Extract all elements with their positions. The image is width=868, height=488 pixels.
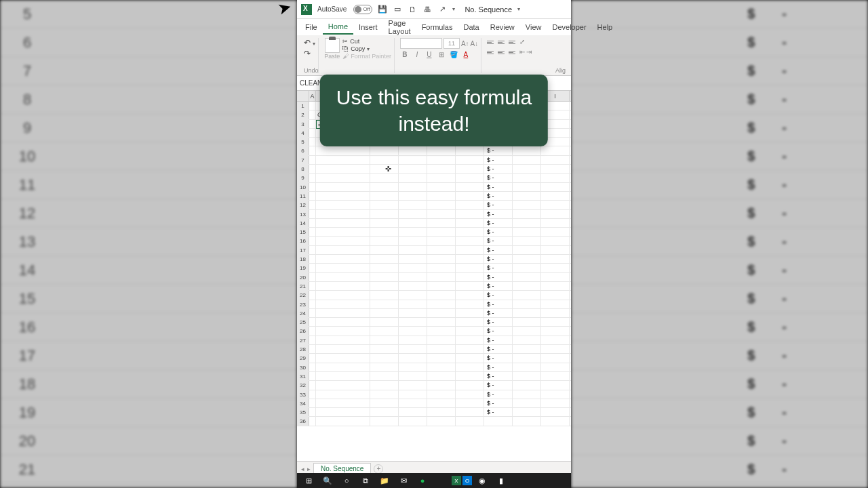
cell[interactable]: [427, 210, 456, 218]
row-header[interactable]: 33: [297, 390, 309, 399]
cell[interactable]: [399, 381, 427, 389]
cell[interactable]: [399, 237, 427, 245]
row-header[interactable]: 28: [297, 345, 309, 353]
cell[interactable]: $ -: [484, 291, 513, 299]
cell[interactable]: [456, 282, 484, 290]
cell[interactable]: $ -: [484, 363, 513, 371]
cell[interactable]: [541, 291, 570, 299]
cell[interactable]: [456, 219, 484, 227]
cell[interactable]: [399, 399, 427, 407]
cell[interactable]: [370, 228, 399, 236]
undo-button[interactable]: ↶ ▾: [304, 38, 315, 47]
row-header[interactable]: 26: [297, 327, 309, 335]
cell[interactable]: [370, 237, 399, 245]
row-header[interactable]: 31: [297, 372, 309, 380]
excel-taskbar-icon[interactable]: X: [452, 476, 461, 485]
qat-icon-1[interactable]: ▭: [393, 5, 402, 14]
cell[interactable]: [427, 309, 456, 317]
cell[interactable]: [456, 183, 484, 191]
col-header-A[interactable]: A: [309, 91, 316, 101]
cell[interactable]: [316, 192, 370, 200]
cell[interactable]: [309, 174, 316, 182]
cell[interactable]: [427, 318, 456, 326]
cell[interactable]: [513, 399, 541, 407]
cell[interactable]: [513, 318, 541, 326]
cell[interactable]: [309, 381, 316, 389]
cell[interactable]: [456, 390, 484, 399]
cell[interactable]: [316, 372, 370, 380]
cell[interactable]: [309, 291, 316, 299]
cell[interactable]: [399, 165, 427, 173]
cell[interactable]: [316, 255, 370, 263]
cell[interactable]: [399, 210, 427, 218]
cell[interactable]: [370, 300, 399, 308]
cell[interactable]: $ -: [484, 309, 513, 317]
cell[interactable]: $ -: [484, 318, 513, 326]
cell[interactable]: $ -: [484, 354, 513, 362]
cell[interactable]: [456, 327, 484, 335]
cell[interactable]: [427, 264, 456, 272]
cell[interactable]: [370, 192, 399, 200]
sheet-nav-next[interactable]: ▸: [307, 466, 311, 472]
cell[interactable]: $ -: [484, 327, 513, 335]
indent-inc-button[interactable]: ⇥: [526, 48, 532, 56]
qat-icon-4[interactable]: ↗: [437, 5, 447, 14]
cell[interactable]: [541, 408, 570, 416]
cell[interactable]: [316, 156, 370, 164]
cell[interactable]: [456, 381, 484, 389]
cell[interactable]: [541, 237, 570, 245]
copy-button[interactable]: ⿻Copy ▾: [342, 45, 391, 52]
row-header[interactable]: 30: [297, 363, 309, 371]
row-header[interactable]: 20: [297, 273, 309, 281]
cell[interactable]: [309, 165, 316, 173]
cell[interactable]: [456, 318, 484, 326]
row-header[interactable]: 13: [297, 210, 309, 218]
format-painter-button[interactable]: 🖌Format Painter: [342, 53, 391, 60]
orientation-button[interactable]: ⤢: [519, 38, 525, 46]
cell[interactable]: [309, 390, 316, 399]
cell[interactable]: [370, 165, 399, 173]
cell[interactable]: [427, 174, 456, 182]
cell[interactable]: [541, 309, 570, 317]
cell[interactable]: [399, 156, 427, 164]
cell[interactable]: [309, 354, 316, 362]
cell[interactable]: [427, 408, 456, 416]
cell[interactable]: [399, 291, 427, 299]
cell[interactable]: [399, 363, 427, 371]
cell[interactable]: [513, 255, 541, 263]
cell[interactable]: [427, 372, 456, 380]
cell[interactable]: [316, 336, 370, 344]
cell[interactable]: [456, 336, 484, 344]
row-header[interactable]: 10: [297, 183, 309, 191]
cell[interactable]: [513, 390, 541, 399]
cell[interactable]: [513, 345, 541, 353]
cell[interactable]: [513, 273, 541, 281]
cell[interactable]: [370, 327, 399, 335]
row-header[interactable]: 2: [297, 110, 309, 119]
cell[interactable]: [427, 354, 456, 362]
cell[interactable]: $ -: [484, 255, 513, 263]
cell[interactable]: [309, 345, 316, 353]
cell[interactable]: [370, 372, 399, 380]
cell[interactable]: [456, 372, 484, 380]
cell[interactable]: [399, 408, 427, 416]
cell[interactable]: [399, 345, 427, 353]
cell[interactable]: [370, 273, 399, 281]
cell[interactable]: [456, 210, 484, 218]
cell[interactable]: [370, 417, 399, 425]
cell[interactable]: [513, 237, 541, 245]
cell[interactable]: $ -: [484, 174, 513, 182]
row-header[interactable]: 19: [297, 264, 309, 272]
cell[interactable]: [309, 210, 316, 218]
cell[interactable]: [309, 255, 316, 263]
cell[interactable]: [316, 408, 370, 416]
cell[interactable]: [309, 282, 316, 290]
cell[interactable]: [456, 228, 484, 236]
cell[interactable]: [399, 354, 427, 362]
cell[interactable]: [427, 192, 456, 200]
cell[interactable]: [427, 327, 456, 335]
cell[interactable]: [316, 354, 370, 362]
cell[interactable]: [399, 273, 427, 281]
cell[interactable]: [427, 255, 456, 263]
cell[interactable]: $ -: [484, 399, 513, 407]
